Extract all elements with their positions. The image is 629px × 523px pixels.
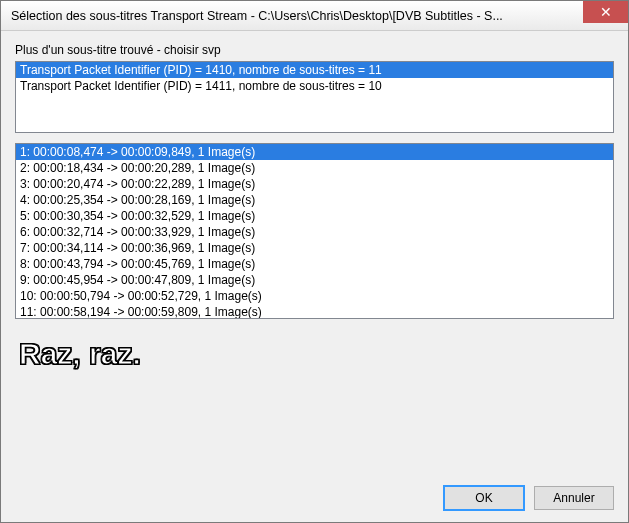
subtitle-preview-text: Raz, raz. <box>19 337 610 371</box>
subtitle-list-row[interactable]: 10: 00:00:50,794 -> 00:00:52,729, 1 Imag… <box>16 288 613 304</box>
subtitle-list-row[interactable]: 3: 00:00:20,474 -> 00:00:22,289, 1 Image… <box>16 176 613 192</box>
close-icon: ✕ <box>600 4 612 20</box>
subtitle-list-row[interactable]: 4: 00:00:25,354 -> 00:00:28,169, 1 Image… <box>16 192 613 208</box>
subtitle-list-row[interactable]: 1: 00:00:08,474 -> 00:00:09,849, 1 Image… <box>16 144 613 160</box>
instruction-label: Plus d'un sous-titre trouvé - choisir sv… <box>15 43 614 57</box>
subtitle-list-row[interactable]: 7: 00:00:34,114 -> 00:00:36,969, 1 Image… <box>16 240 613 256</box>
subtitle-list-row[interactable]: 8: 00:00:43,794 -> 00:00:45,769, 1 Image… <box>16 256 613 272</box>
close-button[interactable]: ✕ <box>583 1 628 23</box>
subtitle-list-row[interactable]: 11: 00:00:58,194 -> 00:00:59,809, 1 Imag… <box>16 304 613 319</box>
window-title: Sélection des sous-titres Transport Stre… <box>1 9 583 23</box>
preview-area: Raz, raz. <box>15 319 614 472</box>
button-bar: OK Annuler <box>1 478 628 522</box>
subtitle-list-row[interactable]: 2: 00:00:18,434 -> 00:00:20,289, 1 Image… <box>16 160 613 176</box>
dialog-window: Sélection des sous-titres Transport Stre… <box>0 0 629 523</box>
subtitle-list-row[interactable]: 9: 00:00:45,954 -> 00:00:47,809, 1 Image… <box>16 272 613 288</box>
subtitle-listview[interactable]: 1: 00:00:08,474 -> 00:00:09,849, 1 Image… <box>15 143 614 319</box>
pid-list-row[interactable]: Transport Packet Identifier (PID) = 1410… <box>16 62 613 78</box>
ok-button[interactable]: OK <box>444 486 524 510</box>
subtitle-list-row[interactable]: 5: 00:00:30,354 -> 00:00:32,529, 1 Image… <box>16 208 613 224</box>
subtitle-list-row[interactable]: 6: 00:00:32,714 -> 00:00:33,929, 1 Image… <box>16 224 613 240</box>
pid-list-row[interactable]: Transport Packet Identifier (PID) = 1411… <box>16 78 613 94</box>
titlebar: Sélection des sous-titres Transport Stre… <box>1 1 628 31</box>
dialog-content: Plus d'un sous-titre trouvé - choisir sv… <box>1 31 628 478</box>
cancel-button[interactable]: Annuler <box>534 486 614 510</box>
pid-listview[interactable]: Transport Packet Identifier (PID) = 1410… <box>15 61 614 133</box>
